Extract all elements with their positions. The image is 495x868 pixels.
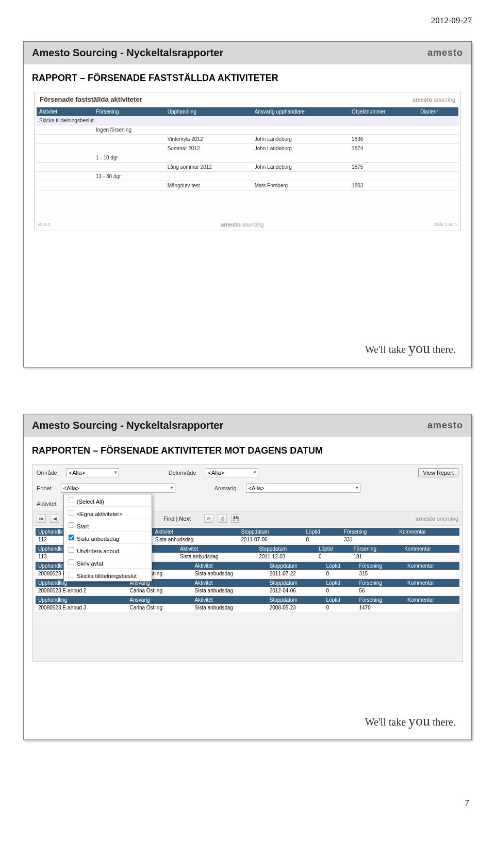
aktivitet-option[interactable]: Skriv avtal xyxy=(64,556,152,569)
aktivitet-option[interactable]: Sista anbudsdag xyxy=(64,532,152,544)
page-number: 7 xyxy=(465,798,470,808)
option-checkbox[interactable] xyxy=(69,497,75,504)
table-row: 1 - 10 dgr xyxy=(37,153,458,163)
slide-1-header: Amesto Sourcing - Nyckeltalsrapporter am… xyxy=(24,42,471,65)
report-column-header: Objektnummer xyxy=(349,107,418,116)
aktivitet-option[interactable]: Utvärdera anbud xyxy=(64,544,152,556)
aktivitet-option[interactable]: (Select All) xyxy=(64,494,152,507)
group-column-header: Aktivitet xyxy=(192,562,267,570)
group-column-header: Kommentar xyxy=(405,596,459,604)
table-row: 20080523 E-anbud 2Carina ÖstlingSista an… xyxy=(36,587,459,595)
aktivitet-label: Aktivitet xyxy=(37,501,57,507)
aktivitet-options-popup[interactable]: (Select All)<Egna aktiviteter>StartSista… xyxy=(63,494,152,582)
slide-1-title: Amesto Sourcing - Nyckeltalsrapporter xyxy=(32,47,223,59)
aktivitet-option[interactable]: Skicka tilldelningsbeslut xyxy=(64,569,152,581)
group-column-header: Kommentar xyxy=(402,545,459,553)
view-report-button[interactable]: View Report xyxy=(418,468,458,477)
group-column-header: Löptid xyxy=(304,528,341,536)
group-column-header: Ansvarig xyxy=(127,596,192,604)
group-column-header: Kommentar xyxy=(405,579,459,587)
option-label: Sista anbudsdag xyxy=(77,536,119,542)
enhet-label: Enhet xyxy=(37,485,52,491)
option-label: Utvärdera anbud xyxy=(77,548,119,554)
tagline: We'll take you there. xyxy=(365,340,456,357)
refresh-icon[interactable]: ⟳ xyxy=(204,515,213,523)
option-checkbox[interactable] xyxy=(69,522,75,528)
group-column-header: Löptid xyxy=(324,579,357,587)
group-column-header: Stoppdatum xyxy=(256,545,316,553)
group-column-header: Aktivitet xyxy=(192,579,267,587)
footer-logo: amesto sourcing xyxy=(221,221,263,228)
report-column-header: Diarienr xyxy=(418,107,458,116)
omrade-dropdown[interactable]: <Alla> xyxy=(67,468,119,477)
viewer-logo: amesto sourcing xyxy=(416,516,458,522)
group-column-header: Stoppdatum xyxy=(267,579,324,587)
option-label: Skicka tilldelningsbeslut xyxy=(77,573,137,579)
group-column-header: Försening xyxy=(357,579,405,587)
nav-prev-icon[interactable]: ◀ xyxy=(50,515,59,523)
nav-first-icon[interactable]: ⏮ xyxy=(37,515,46,523)
ansvarig-label: Ansvarig xyxy=(214,485,237,491)
group-column-header: Löptid xyxy=(324,596,357,604)
amesto-logo: amesto xyxy=(427,420,463,431)
group-column-header: Stoppdatum xyxy=(238,528,303,536)
option-label: (Select All) xyxy=(77,499,104,505)
report-logo-small: amesto sourcing xyxy=(412,97,455,103)
table-row: Lång sommar 2012John Landeborg1875 xyxy=(37,163,458,172)
group-column-header: Aktivitet xyxy=(153,528,239,536)
option-checkbox[interactable] xyxy=(69,535,75,541)
aktivitet-option[interactable]: Start xyxy=(64,519,152,532)
option-checkbox[interactable] xyxy=(69,547,75,553)
option-checkbox[interactable] xyxy=(69,510,75,516)
report-column-header: Aktivitet xyxy=(37,107,93,116)
option-checkbox[interactable] xyxy=(69,559,75,566)
group-column-header: Upphandling xyxy=(36,596,127,604)
option-checkbox[interactable] xyxy=(69,572,75,578)
footer-version: v3.5.0 xyxy=(38,222,51,227)
delomrade-label: Delområde xyxy=(169,470,196,476)
slide-2-header: Amesto Sourcing - Nyckeltalsrapporter am… xyxy=(24,414,471,437)
amesto-logo: amesto xyxy=(427,47,463,58)
table-row: 11 - 30 dgr xyxy=(37,172,458,181)
page-date: 2012-09-27 xyxy=(23,15,472,26)
group-column-header: Försening xyxy=(341,528,397,536)
group-column-header: Löptid xyxy=(324,562,357,570)
omrade-label: Område xyxy=(37,470,57,476)
report-title: Försenade fastställda aktiviteter xyxy=(40,95,142,103)
group-column-header: Kommentar xyxy=(397,528,459,536)
option-label: Start xyxy=(77,523,89,529)
footer-page: Sida 1 av 1 xyxy=(434,222,457,227)
report-column-header: Upphandling xyxy=(165,107,252,116)
table-row: Ingen försening xyxy=(37,125,458,135)
table-row: Vinterkyla 2012John Landeborg1896 xyxy=(37,135,458,144)
group-column-header: Stoppdatum xyxy=(267,562,324,570)
print-icon[interactable]: ⎙ xyxy=(218,515,227,523)
group-column-header: Kommentar xyxy=(405,562,459,570)
export-icon[interactable]: 💾 xyxy=(231,515,240,523)
report-viewer: Område <Alla> Delområde <Alla> View Repo… xyxy=(32,464,463,662)
option-label: <Egna aktiviteter> xyxy=(77,511,123,517)
option-label: Skriv avtal xyxy=(77,560,103,567)
slide-2: Amesto Sourcing - Nyckeltalsrapporter am… xyxy=(23,414,472,740)
group-column-header: Stoppdatum xyxy=(267,596,324,604)
aktivitet-option[interactable]: <Egna aktiviteter> xyxy=(64,507,152,519)
table-row: Sommar 2012John Landeborg1874 xyxy=(37,144,458,153)
slide-1: Amesto Sourcing - Nyckeltalsrapporter am… xyxy=(23,41,472,367)
activity-row: Skicka tilldelningsbeslut xyxy=(37,116,458,125)
group-column-header: Försening xyxy=(357,596,405,604)
report-column-header: Ansvarig upphandlare xyxy=(252,107,349,116)
group-column-header: Aktivitet xyxy=(177,545,256,553)
report-column-header: Försening xyxy=(93,107,165,116)
find-next-label[interactable]: Find | Next xyxy=(163,516,191,522)
slide-1-subtitle: RAPPORT – FÖRSENADE FASTSTÄLLDA AKTIVITE… xyxy=(24,65,471,90)
slide-2-subtitle: RAPPORTEN – FÖRSENADE AKTIVITETER MOT DA… xyxy=(24,437,471,462)
group-column-header: Försening xyxy=(351,545,402,553)
report-table: AktivitetFörseningUpphandlingAnsvarig up… xyxy=(37,107,458,190)
enhet-dropdown[interactable]: <Alla> xyxy=(61,484,175,493)
ansvarig-dropdown[interactable]: <Alla> xyxy=(246,484,360,493)
report-preview-box: Försenade fastställda aktiviteter amesto… xyxy=(34,92,461,231)
slide-2-title: Amesto Sourcing - Nyckeltalsrapporter xyxy=(32,420,223,431)
group-column-header: Aktivitet xyxy=(192,596,267,604)
delomrade-dropdown[interactable]: <Alla> xyxy=(206,468,258,477)
group-column-header: Försening xyxy=(357,562,405,570)
